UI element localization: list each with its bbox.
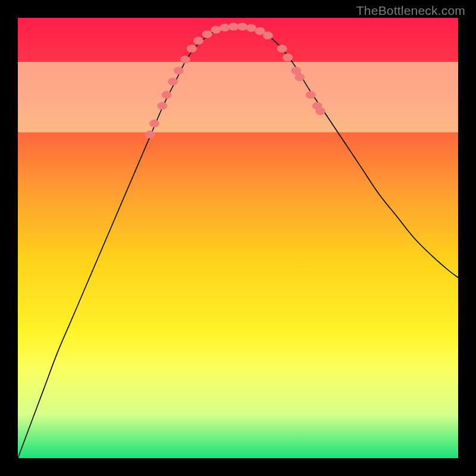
data-marker [168, 78, 178, 86]
data-marker [315, 107, 325, 115]
data-marker [193, 37, 203, 45]
data-marker [246, 24, 256, 32]
data-marker [145, 131, 155, 139]
data-marker [220, 24, 230, 32]
highlight-band [18, 62, 458, 132]
data-marker [228, 23, 239, 30]
data-marker [157, 102, 167, 110]
data-marker [149, 120, 159, 127]
data-marker [277, 45, 287, 52]
data-marker [237, 23, 248, 30]
data-marker [306, 91, 316, 99]
data-marker [174, 67, 184, 74]
data-marker [263, 32, 273, 39]
plot-area [18, 18, 458, 458]
data-marker [162, 91, 172, 99]
data-marker [180, 56, 190, 64]
data-marker [211, 26, 221, 33]
data-marker [295, 73, 305, 81]
data-marker [202, 30, 212, 38]
bottleneck-chart [18, 18, 458, 458]
chart-outer-frame: TheBottleneck.com [0, 0, 476, 476]
data-marker [187, 45, 197, 52]
watermark-text: TheBottleneck.com [356, 4, 465, 18]
data-marker [283, 54, 293, 61]
data-marker [291, 67, 301, 74]
